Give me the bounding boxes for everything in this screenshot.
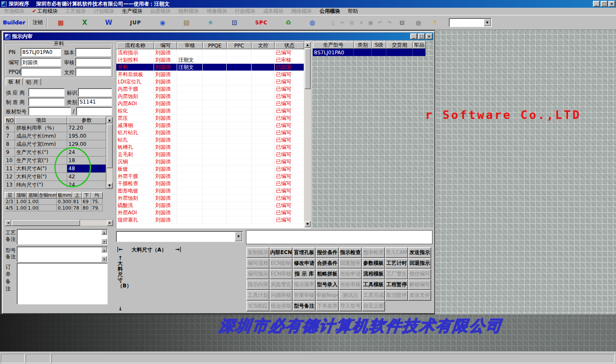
layer-column-header-下[interactable]: 下 xyxy=(82,192,91,198)
process-row-外层AOI[interactable]: 外层AOI刘国强已编写 xyxy=(116,209,311,216)
undo-icon[interactable]: ↶ xyxy=(376,18,385,27)
process-row-外层蚀刻[interactable]: 外层蚀刻刘国强已编写 xyxy=(116,195,311,202)
scroll-right-arrow-icon[interactable]: ► xyxy=(107,220,113,226)
layer-column-header-均[interactable]: 均 xyxy=(91,192,103,198)
menu-item-网络模块[interactable]: 网络模块 xyxy=(287,7,316,15)
process-row-钻孔[interactable]: 钻孔刘国强已编写 xyxy=(116,136,311,144)
scroll-up-arrow-icon[interactable]: ▲ xyxy=(305,42,311,48)
process-row-流程指示[interactable]: 流程指示刘国强已编写 xyxy=(116,49,311,56)
action-button-指示退率[interactable]: 指示退率 xyxy=(293,279,316,290)
globe-icon[interactable]: ◍ xyxy=(305,17,320,28)
process-row-沉铜[interactable]: 沉铜刘国强已编写 xyxy=(116,158,311,166)
action-button-下单差异[interactable]: 下单差异 xyxy=(316,301,339,311)
action-button-报价条件[interactable]: 报价条件 xyxy=(316,247,339,258)
copy-icon[interactable]: ⧉ xyxy=(347,18,356,27)
action-button-工具计划[interactable]: 工具计划 xyxy=(246,290,270,301)
redo-icon[interactable]: ↷ xyxy=(385,18,394,27)
layer-column-header-层[interactable]: 层 xyxy=(5,192,15,198)
material-field-标识[interactable] xyxy=(78,88,112,97)
scroll-up-arrow-icon[interactable]: ▲ xyxy=(107,117,113,123)
layer-column-header-板mm[interactable]: 板mm xyxy=(57,192,72,198)
note-scroll-up-icon[interactable]: ▲ xyxy=(101,247,107,252)
process-row-图形电镀[interactable]: 图形电镀刘国强已编写 xyxy=(116,187,311,195)
action-button-工厂警告[interactable]: 工厂警告 xyxy=(385,269,408,279)
tab-board-material[interactable]: 板 材 xyxy=(6,78,23,86)
process-column-header-PPC[interactable]: PPC xyxy=(227,42,252,49)
action-button-内部ECN[interactable]: 内部ECN xyxy=(270,247,293,258)
process-row-层压[interactable]: 层压刘国强已编写 xyxy=(116,115,311,122)
parameter-row[interactable]: 11大料尺寸A(")48 xyxy=(5,165,106,173)
action-button-答案审核[interactable]: 答案审核 xyxy=(293,290,316,301)
action-button-导入CAM[interactable]: 导入CAM xyxy=(385,247,408,258)
save-icon[interactable]: ▣ xyxy=(366,18,375,27)
field-文控[interactable] xyxy=(75,68,111,76)
scroll-thumb[interactable] xyxy=(107,124,113,168)
action-button-工具完成[interactable]: 工具完成 xyxy=(362,290,385,301)
process-row-干膜检查[interactable]: 干膜检查刘国强已编写 xyxy=(116,180,311,187)
parameter-row[interactable]: 9生产尺寸长(")24 xyxy=(5,148,106,157)
layer-column-header-顶铜[interactable]: 顶铜 xyxy=(15,192,27,198)
param-column-header-项目[interactable]: 项目 xyxy=(15,117,67,124)
process-row-内层蚀刻[interactable]: 内层蚀刻刘国强已编写 xyxy=(116,93,311,100)
process-row-去毛刺[interactable]: 去毛刺刘国强已编写 xyxy=(116,151,311,158)
process-row-内层AOI[interactable]: 内层AOI刘国强已编写 xyxy=(116,100,311,107)
menu-item-工艺模块[interactable]: 工艺模块 xyxy=(62,7,90,15)
process-column-header-状态[interactable]: 状态 xyxy=(275,42,304,49)
scroll-down-arrow-icon[interactable]: ▼ xyxy=(107,183,113,189)
action-button-组合排版[interactable]: 组合排版 xyxy=(270,301,293,311)
menu-item-工程模块[interactable]: ✔工程模块 xyxy=(28,7,62,15)
parameter-row[interactable]: 12大料尺寸B(")42 xyxy=(5,173,106,181)
note-scroll-down-icon[interactable]: ▼ xyxy=(101,239,107,244)
workstation-icon[interactable]: ⊡ xyxy=(227,17,242,28)
process-row-铝片钻孔[interactable]: 铝片钻孔刘国强已编写 xyxy=(116,129,311,136)
action-button-预审检查[interactable]: 预审检查 xyxy=(362,247,385,258)
process-column-header-流程名称[interactable]: 流程名称 xyxy=(116,42,154,49)
parameter-row[interactable]: 13纬向尺寸(")24 xyxy=(5,181,106,189)
layer-row[interactable]: 4/51.001.000.100788079. xyxy=(5,205,103,211)
process-row-硫酸洗[interactable]: 硫酸洗刘国强已编写 xyxy=(116,202,311,209)
action-button-工程暂停[interactable]: 工程暂停 xyxy=(385,279,408,290)
process-column-header-审核[interactable]: 审核 xyxy=(177,42,203,49)
action-button-ICS跟踪[interactable]: ICS跟踪 xyxy=(246,301,270,311)
material-field-板材型号[interactable] xyxy=(28,107,71,115)
process-row-板镀[interactable]: 板镀刘国强已编写 xyxy=(116,166,311,173)
word-icon[interactable]: W xyxy=(101,17,116,28)
action-button-发送指示[interactable]: 发送指示 xyxy=(408,247,431,258)
action-button-编写指示[interactable]: 编写指示 xyxy=(246,269,270,279)
process-row-计划投料[interactable]: 计划投料刘国强汪朝文已审核 xyxy=(116,56,311,64)
database-icon[interactable]: ▤ xyxy=(179,17,194,28)
layer-row[interactable]: 2/31.001.000.300816975. xyxy=(5,198,103,205)
toolbar-combobox[interactable]: ▼ xyxy=(449,18,492,27)
field-PN[interactable]: 8S7LJ01PA0 xyxy=(21,48,61,56)
scroll-thumb[interactable] xyxy=(12,220,80,226)
menu-item-维修模块[interactable]: 维修模块 xyxy=(203,7,231,15)
model-column-header-S级[interactable]: S级 xyxy=(372,41,386,49)
spc-button[interactable]: SPC xyxy=(251,17,272,28)
field-PPQE[interactable] xyxy=(21,68,61,76)
param-column-header-NO[interactable]: NO xyxy=(5,117,15,124)
action-button-指示库[interactable]: 指 示 库 xyxy=(293,269,316,279)
inner-restore-button[interactable]: □ xyxy=(418,33,425,39)
parameter-row[interactable]: 7成品尺寸长(mm)195.00 xyxy=(5,132,106,140)
inner-close-button[interactable]: × xyxy=(426,33,432,39)
maximize-button[interactable]: □ xyxy=(601,1,607,7)
process-row-阻焊塞孔[interactable]: 阻焊塞孔刘国强已编写 xyxy=(116,216,311,224)
note-scroll-down-icon[interactable]: ▼ xyxy=(101,256,107,261)
print-icon[interactable]: ⊟ xyxy=(395,17,409,28)
action-button-编写流程[interactable]: 编写流程 xyxy=(246,258,270,269)
menu-item-计划模块[interactable]: 计划模块 xyxy=(90,7,118,15)
note-scroll-up-icon[interactable]: ▲ xyxy=(101,230,107,235)
action-button-导入型号[interactable]: 导入型号 xyxy=(339,301,362,311)
action-button-修改申请[interactable]: 修改申请 xyxy=(293,258,316,269)
action-button-解锁编写[interactable]: 解锁编写 xyxy=(408,279,431,290)
note-box-订单备注[interactable] xyxy=(17,263,108,305)
model-column-header-类别[interactable]: 类别 xyxy=(354,41,372,49)
material-field-suffix[interactable] xyxy=(76,107,112,115)
help-icon[interactable]: ? xyxy=(427,17,442,28)
layer-column-header-上[interactable]: 上 xyxy=(72,192,82,198)
action-button-问题审核[interactable]: 问题审核 xyxy=(270,290,293,301)
menu-item-行政模块[interactable]: 行政模块 xyxy=(231,7,259,15)
action-button-取消暂停[interactable]: 取消暂停 xyxy=(385,290,408,301)
action-button-指示检查[interactable]: 指示检查 xyxy=(339,247,362,258)
logout-button[interactable]: 注销 xyxy=(30,17,45,28)
